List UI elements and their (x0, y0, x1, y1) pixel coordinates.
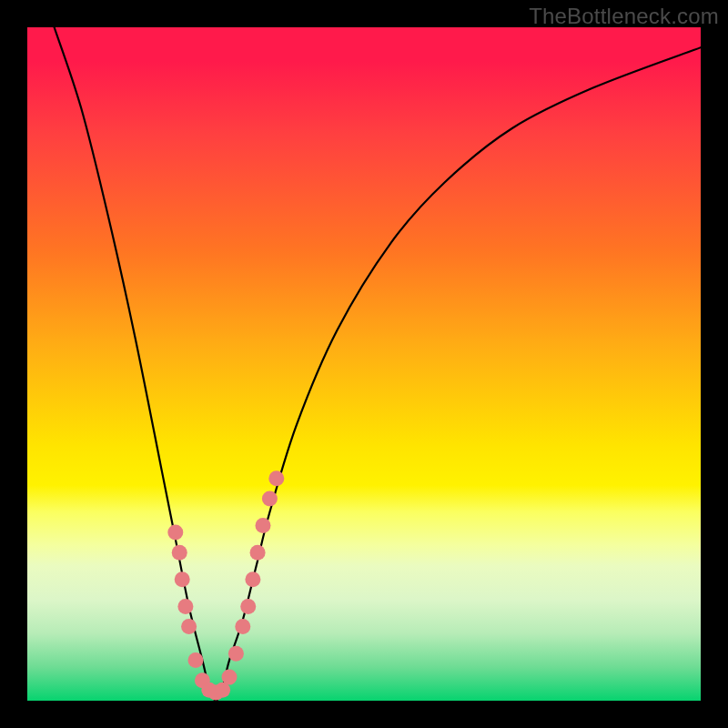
svg-point-14 (245, 571, 260, 587)
watermark-text: TheBottleneck.com (529, 4, 719, 29)
svg-point-4 (181, 619, 197, 634)
beads-cluster (167, 470, 284, 700)
svg-point-1 (172, 545, 187, 561)
svg-point-17 (262, 491, 278, 507)
chart-frame: TheBottleneck.com (0, 0, 728, 728)
svg-point-2 (175, 571, 190, 587)
svg-point-11 (228, 646, 244, 662)
bottleneck-curve (55, 27, 701, 701)
svg-point-10 (222, 670, 238, 685)
svg-point-16 (256, 518, 271, 533)
curve-layer (27, 27, 701, 701)
svg-point-3 (177, 599, 193, 614)
svg-point-5 (188, 652, 204, 668)
svg-point-18 (268, 470, 284, 486)
svg-point-12 (235, 619, 250, 634)
svg-point-15 (250, 545, 266, 561)
plot-area (27, 27, 701, 701)
svg-point-13 (240, 599, 256, 614)
svg-point-0 (167, 525, 183, 541)
